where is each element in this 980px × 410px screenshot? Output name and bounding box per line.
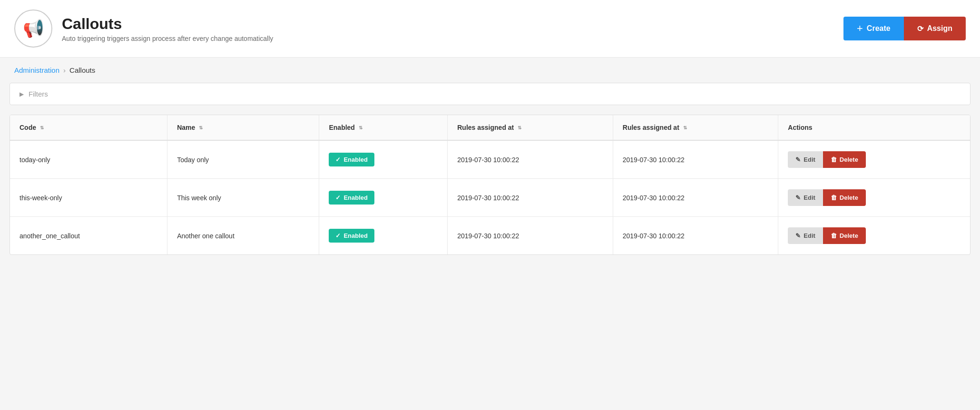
col-rules-1-label: Rules assigned at (457, 124, 514, 131)
header-left: 📢 Callouts Auto triggering triggers assi… (14, 10, 273, 48)
create-button[interactable]: + Create (843, 17, 904, 40)
col-enabled-label: Enabled (329, 124, 354, 131)
cell-actions-1: ✎ Edit 🗑 Delete (778, 179, 970, 217)
edit-label-1: Edit (804, 194, 815, 201)
col-header-actions: Actions (778, 115, 970, 140)
table-row: today-only Today only ✓ Enabled 2019-07-… (10, 140, 970, 179)
checkmark-icon-1: ✓ (335, 194, 341, 201)
cell-actions-2: ✎ Edit 🗑 Delete (778, 217, 970, 255)
refresh-icon: ⟳ (917, 24, 923, 33)
sort-arrows-enabled: ⇅ (359, 126, 363, 130)
page-subtitle: Auto triggering triggers assign process … (62, 35, 273, 42)
page-title: Callouts (62, 15, 273, 33)
data-table: Code ⇅ Name ⇅ Enabled ⇅ Rules assigned a… (10, 115, 970, 254)
cell-enabled-0: ✓ Enabled (319, 140, 448, 179)
create-label: Create (867, 24, 891, 33)
cell-rules1-0: 2019-07-30 10:00:22 (448, 140, 613, 179)
delete-button-1[interactable]: 🗑 Delete (823, 189, 866, 206)
filters-toggle-icon: ▶ (20, 91, 24, 98)
col-header-rules-1[interactable]: Rules assigned at ⇅ (448, 115, 613, 140)
edit-label-2: Edit (804, 232, 815, 239)
breadcrumb-separator: › (63, 66, 66, 74)
enabled-badge-2: ✓ Enabled (329, 229, 374, 243)
checkmark-icon-2: ✓ (335, 232, 341, 239)
col-header-rules-2[interactable]: Rules assigned at ⇅ (613, 115, 778, 140)
assign-button[interactable]: ⟳ Assign (904, 17, 966, 40)
cell-enabled-1: ✓ Enabled (319, 179, 448, 217)
col-rules-2-label: Rules assigned at (623, 124, 679, 131)
delete-label-0: Delete (840, 156, 858, 163)
enabled-badge-0: ✓ Enabled (329, 153, 374, 166)
cell-actions-0: ✎ Edit 🗑 Delete (778, 140, 970, 179)
cell-code-2: another_one_callout (10, 217, 167, 255)
cell-name-2: Another one callout (167, 217, 319, 255)
sort-arrows-code: ⇅ (40, 126, 44, 130)
trash-icon-1: 🗑 (831, 194, 837, 201)
filters-label: Filters (29, 90, 48, 98)
edit-button-0[interactable]: ✎ Edit (788, 151, 823, 168)
filters-panel[interactable]: ▶ Filters (10, 83, 970, 105)
cell-enabled-2: ✓ Enabled (319, 217, 448, 255)
cell-rules2-1: 2019-07-30 10:00:22 (613, 179, 778, 217)
enabled-label-2: Enabled (343, 232, 368, 239)
enabled-label-0: Enabled (343, 156, 368, 163)
delete-label-1: Delete (840, 194, 858, 201)
cell-rules1-1: 2019-07-30 10:00:22 (448, 179, 613, 217)
action-cell-2: ✎ Edit 🗑 Delete (788, 227, 960, 244)
col-header-code[interactable]: Code ⇅ (10, 115, 167, 140)
table-row: this-week-only This week only ✓ Enabled … (10, 179, 970, 217)
enabled-badge-1: ✓ Enabled (329, 191, 374, 205)
edit-button-1[interactable]: ✎ Edit (788, 189, 823, 206)
header-icon-circle: 📢 (14, 10, 52, 48)
assign-label: Assign (927, 24, 952, 33)
col-name-label: Name (177, 124, 195, 131)
breadcrumb: Administration › Callouts (0, 58, 980, 83)
action-cell-1: ✎ Edit 🗑 Delete (788, 189, 960, 206)
col-header-enabled[interactable]: Enabled ⇅ (319, 115, 448, 140)
pencil-icon-1: ✎ (795, 194, 801, 201)
cell-name-1: This week only (167, 179, 319, 217)
edit-label-0: Edit (804, 156, 815, 163)
table-header-row: Code ⇅ Name ⇅ Enabled ⇅ Rules assigned a… (10, 115, 970, 140)
cell-rules2-0: 2019-07-30 10:00:22 (613, 140, 778, 179)
trash-icon-0: 🗑 (831, 156, 837, 163)
page-wrapper: 📢 Callouts Auto triggering triggers assi… (0, 0, 980, 410)
pencil-icon-2: ✎ (795, 232, 801, 239)
cell-name-0: Today only (167, 140, 319, 179)
checkmark-icon-0: ✓ (335, 156, 341, 163)
enabled-label-1: Enabled (343, 194, 368, 201)
col-code-label: Code (20, 124, 36, 131)
sort-arrows-rules-1: ⇅ (518, 126, 521, 130)
col-header-name[interactable]: Name ⇅ (167, 115, 319, 140)
breadcrumb-parent-link[interactable]: Administration (14, 66, 59, 74)
plus-icon: + (857, 23, 863, 34)
trash-icon-2: 🗑 (831, 232, 837, 239)
header-text: Callouts Auto triggering triggers assign… (62, 15, 273, 42)
action-cell-0: ✎ Edit 🗑 Delete (788, 151, 960, 168)
delete-button-0[interactable]: 🗑 Delete (823, 151, 866, 168)
breadcrumb-current: Callouts (69, 66, 95, 74)
cell-code-1: this-week-only (10, 179, 167, 217)
megaphone-icon: 📢 (23, 19, 44, 39)
page-header: 📢 Callouts Auto triggering triggers assi… (0, 0, 980, 58)
delete-button-2[interactable]: 🗑 Delete (823, 227, 866, 244)
table-container: Code ⇅ Name ⇅ Enabled ⇅ Rules assigned a… (10, 115, 970, 255)
pencil-icon-0: ✎ (795, 156, 801, 163)
sort-arrows-name: ⇅ (199, 126, 203, 130)
header-actions: + Create ⟳ Assign (843, 17, 966, 40)
cell-rules1-2: 2019-07-30 10:00:22 (448, 217, 613, 255)
cell-rules2-2: 2019-07-30 10:00:22 (613, 217, 778, 255)
cell-code-0: today-only (10, 140, 167, 179)
table-row: another_one_callout Another one callout … (10, 217, 970, 255)
sort-arrows-rules-2: ⇅ (683, 126, 687, 130)
delete-label-2: Delete (840, 232, 858, 239)
edit-button-2[interactable]: ✎ Edit (788, 227, 823, 244)
